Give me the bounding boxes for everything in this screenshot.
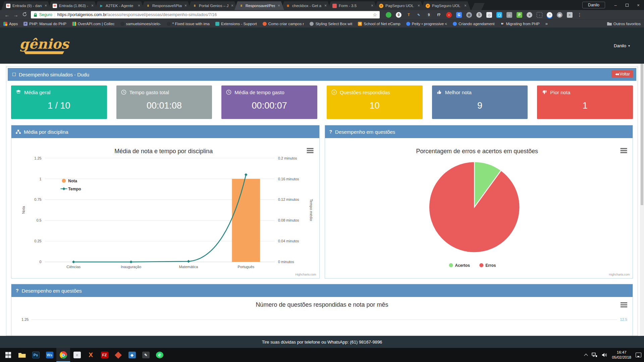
chevron-down-icon: ▾: [628, 44, 630, 48]
chart-legend[interactable]: AcertosErros: [449, 263, 496, 268]
tv-icon[interactable]: ▢: [496, 12, 502, 18]
ghost-icon[interactable]: ↓: [537, 12, 542, 18]
tab-close-icon[interactable]: ×: [184, 3, 187, 8]
chart-legend[interactable]: NotaTempo: [60, 179, 81, 191]
bookmark-item[interactable]: * Fixed issue with ima: [167, 22, 210, 26]
building-icon[interactable]: ⌂: [506, 12, 512, 18]
speed-gauge-icon[interactable]: ◔: [547, 12, 552, 18]
tab-close-icon[interactable]: ×: [417, 3, 421, 8]
scrollbar[interactable]: [640, 64, 644, 336]
person-icon[interactable]: ●: [527, 12, 532, 18]
bookmark-label: PHP: Manual do PHP: [29, 22, 66, 26]
bookmark-item[interactable]: Criando agendament: [453, 22, 494, 26]
taskbar-icon-ws-app[interactable]: Ws: [43, 348, 56, 362]
chart-menu-icon[interactable]: [307, 148, 314, 153]
forward-icon[interactable]: →: [11, 12, 20, 18]
notification-center-icon[interactable]: [636, 353, 641, 357]
pen-icon[interactable]: ✎: [416, 12, 422, 18]
close-icon[interactable]: ×: [633, 0, 644, 10]
taskbar-icon-start[interactable]: [1, 348, 15, 362]
tab-close-icon[interactable]: ×: [137, 3, 141, 8]
taskbar-icon-notepad[interactable]: ≡: [70, 348, 84, 362]
chart-menu-icon[interactable]: [621, 302, 627, 308]
opera-zero-icon[interactable]: 0: [396, 12, 401, 18]
bookmark-item[interactable]: Peity • progressive <: [406, 22, 447, 26]
taskbar-icon-blue-app[interactable]: ◈: [125, 348, 139, 362]
bookmark-item[interactable]: MMigrating from PHP: [500, 22, 539, 26]
network-icon[interactable]: [592, 353, 597, 357]
taskbar-icon-xampp[interactable]: X: [84, 348, 98, 362]
minimize-icon[interactable]: –: [610, 0, 621, 10]
maximize-icon[interactable]: [621, 0, 633, 10]
notes-icon[interactable]: ≡: [567, 12, 573, 18]
tab-gmail[interactable]: MEntrada (9) - danilo.n×: [1, 1, 51, 10]
tab-a2tek[interactable]: ▶A2TEK - Agente×: [95, 1, 144, 10]
taskbar-icon-file-explorer[interactable]: [15, 348, 29, 362]
tab-close-icon[interactable]: ×: [324, 3, 327, 8]
profile-button[interactable]: Danilo: [582, 2, 605, 8]
highcharts-credit[interactable]: Highcharts.com: [295, 273, 316, 276]
tab-close-icon[interactable]: ×: [464, 3, 467, 8]
tab-gmail[interactable]: MEntrada (1.863) - mar×: [48, 1, 98, 10]
cube-icon[interactable]: ◇: [486, 12, 492, 18]
tab-stackoverflow[interactable]: ≣checkbox - Get a list×: [281, 1, 331, 10]
ruler-icon[interactable]: T: [406, 12, 412, 18]
bookmark-item[interactable]: Apps: [3, 22, 18, 26]
fquestion-icon[interactable]: f?: [436, 12, 442, 18]
highcharts-credit[interactable]: Highcharts.com: [609, 273, 630, 276]
taskbar-icon-photoshop[interactable]: Ps: [29, 348, 43, 362]
tab-close-icon[interactable]: ×: [91, 3, 94, 8]
volume-icon[interactable]: [602, 353, 607, 357]
site-logo[interactable]: gênios: [19, 37, 69, 54]
x-category-label: Ciências: [66, 265, 80, 269]
bookmark-item[interactable]: Como criar campos r: [263, 22, 304, 26]
taskbar-icon-whatsapp[interactable]: ✆: [153, 348, 166, 362]
bookmark-item[interactable]: samuelsimoes/cielo-: [120, 22, 161, 26]
bookmark-item[interactable]: Extensions - Support: [215, 22, 257, 26]
back-icon[interactable]: ←: [3, 12, 11, 18]
s-badge-icon[interactable]: S: [476, 12, 482, 18]
tab-pagseguro[interactable]: ●PagSeguro UOL - De×: [374, 1, 424, 10]
camera-icon[interactable]: ◎: [557, 12, 562, 18]
back-button[interactable]: ◀◀ Voltar: [611, 70, 633, 78]
tab-strip: MEntrada (9) - danilo.n×MEntrada (1.863)…: [0, 0, 644, 10]
tab-close-icon[interactable]: ×: [230, 3, 234, 8]
bookmarks-overflow-icon[interactable]: »: [545, 21, 548, 26]
tab-label: PagSeguro UOL - Ex: [432, 4, 462, 8]
stop-hand-icon[interactable]: ▪: [446, 12, 452, 18]
tab-pagseguro[interactable]: ●PagSeguro UOL - Ex×: [421, 1, 471, 10]
taskbar-icon-chrome[interactable]: [56, 348, 70, 362]
tab-genios[interactable]: 8Responsavel/Pessoas×: [234, 1, 284, 10]
dark-badge-icon[interactable]: 9: [426, 12, 432, 18]
bookmark-item[interactable]: OverAPI.com | Collec: [72, 22, 115, 26]
status-green-icon[interactable]: [386, 12, 391, 18]
taskbar-icon-filezilla[interactable]: FZ: [98, 348, 111, 362]
browser-menu-icon[interactable]: ⋮: [577, 12, 582, 17]
tab-close-icon[interactable]: ×: [277, 3, 281, 8]
reload-icon[interactable]: [20, 12, 29, 18]
tab-genios[interactable]: 8Responsavel\Planos×: [141, 1, 191, 10]
tab-genios[interactable]: 8Portal Genios – Just a×: [188, 1, 237, 10]
bookmark-item[interactable]: SSchool of Net eCamp: [358, 22, 400, 26]
new-tab-button[interactable]: [471, 3, 485, 10]
page-title: Desempenho simulados - Dudu: [19, 72, 89, 77]
address-bar[interactable]: Seguro | https://portalgenios.com.br/ace…: [31, 11, 380, 18]
scrollbar-thumb[interactable]: [641, 64, 643, 205]
chart-menu-icon[interactable]: [620, 148, 627, 153]
bookmark-star-icon[interactable]: ☆: [373, 12, 377, 17]
taskbar-icon-git-diamond[interactable]: [111, 348, 125, 362]
taskbar-icon-dark-pen[interactable]: ✎: [139, 348, 153, 362]
tab-close-icon[interactable]: ×: [44, 3, 48, 8]
url-text[interactable]: https://portalgenios.com.br/acesso/respo…: [57, 12, 371, 17]
tab-form[interactable]: Form - 3.5×: [328, 1, 377, 10]
film-reel-icon[interactable]: ◉: [466, 12, 472, 18]
taskbar-clock[interactable]: 16:47 05/02/2018: [612, 350, 631, 360]
print-friendly-icon[interactable]: P: [517, 12, 522, 18]
chevron-up-icon[interactable]: [584, 354, 588, 357]
tab-close-icon[interactable]: ×: [370, 3, 374, 8]
bookmark-item[interactable]: Styling Select Box wit: [310, 22, 352, 26]
bookmark-item[interactable]: PPHP: Manual do PHP: [23, 22, 66, 26]
other-bookmarks-button[interactable]: Outros favoritos: [607, 22, 641, 26]
google-translate-icon[interactable]: G: [456, 12, 462, 18]
user-menu[interactable]: Danilo ▾: [614, 43, 630, 48]
